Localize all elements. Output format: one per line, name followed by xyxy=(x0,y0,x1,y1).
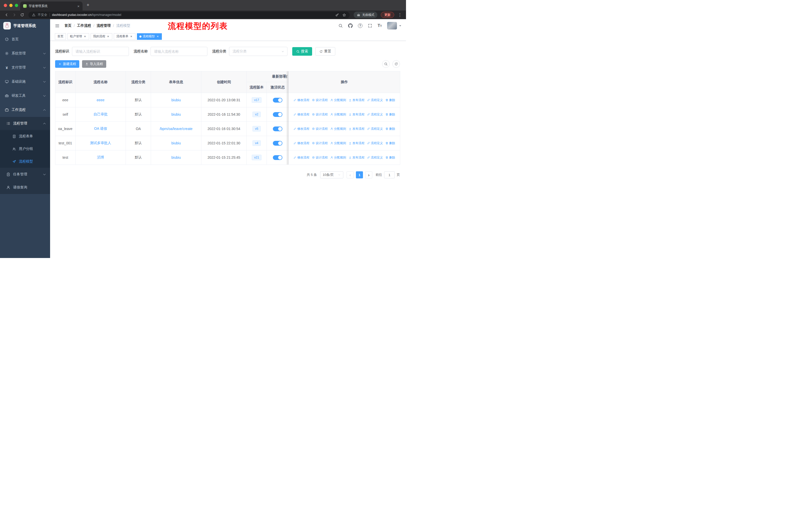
sidebar-item-system[interactable]: 系统管理 xyxy=(0,46,50,60)
reset-button[interactable]: 重置 xyxy=(315,47,335,56)
tag-close-icon[interactable]: × xyxy=(83,35,87,38)
sidebar-item-home[interactable]: 首页 xyxy=(0,32,50,46)
tag-close-icon[interactable]: × xyxy=(129,35,133,38)
current-page-button[interactable]: 1 xyxy=(356,171,363,179)
action-delete-link[interactable]: 删除 xyxy=(385,98,395,102)
action-design-link[interactable]: 设计流程 xyxy=(312,112,328,117)
action-delete-link[interactable]: 删除 xyxy=(385,112,395,117)
category-select[interactable]: 流程分类 xyxy=(229,47,287,56)
action-design-link[interactable]: 设计流程 xyxy=(312,127,328,131)
search-icon[interactable] xyxy=(338,23,343,28)
active-switch[interactable] xyxy=(273,112,283,117)
action-publish-link[interactable]: 发布流程 xyxy=(349,156,365,160)
action-assign-rule-link[interactable]: 分配规则 xyxy=(330,156,346,160)
bookmark-star-icon[interactable] xyxy=(342,13,346,17)
window-close-button[interactable] xyxy=(4,4,7,7)
action-assign-rule-link[interactable]: 分配规则 xyxy=(330,141,346,145)
security-label[interactable]: 不安全 xyxy=(38,13,47,17)
action-design-link[interactable]: 设计流程 xyxy=(312,98,328,102)
action-modify-link[interactable]: 修改流程 xyxy=(293,156,309,160)
action-assign-rule-link[interactable]: 分配规则 xyxy=(330,98,346,102)
action-assign-rule-link[interactable]: 分配规则 xyxy=(330,112,346,117)
tab-close-icon[interactable]: × xyxy=(77,4,80,8)
tag-close-icon[interactable]: × xyxy=(107,35,110,38)
process-name-input[interactable] xyxy=(150,47,207,56)
process-name-link[interactable]: OA 请假 xyxy=(94,127,107,131)
process-key-input[interactable] xyxy=(72,47,129,56)
password-key-icon[interactable] xyxy=(335,13,339,17)
process-name-link[interactable]: 测试多审批人 xyxy=(90,141,111,145)
next-page-button[interactable]: › xyxy=(365,171,372,179)
action-publish-link[interactable]: 发布流程 xyxy=(349,127,365,131)
action-modify-link[interactable]: 修改流程 xyxy=(293,141,309,145)
tag-my-process[interactable]: 我的流程 × xyxy=(91,33,112,40)
action-delete-link[interactable]: 删除 xyxy=(385,141,395,145)
breadcrumb-item[interactable]: 首页 xyxy=(64,23,71,28)
tag-tenant[interactable]: 租户管理 × xyxy=(67,33,89,40)
prev-page-button[interactable]: ‹ xyxy=(347,171,354,179)
window-minimize-button[interactable] xyxy=(9,4,12,7)
browser-tab[interactable]: 芋道管理系统 × xyxy=(20,1,83,10)
browser-update-button[interactable]: 更新 xyxy=(381,12,394,18)
forward-button[interactable] xyxy=(11,11,18,19)
action-delete-link[interactable]: 删除 xyxy=(385,127,395,131)
process-name-link[interactable]: eeee xyxy=(97,98,105,102)
action-publish-link[interactable]: 发布流程 xyxy=(349,98,365,102)
action-modify-link[interactable]: 修改流程 xyxy=(293,112,309,117)
refresh-table-button[interactable] xyxy=(393,60,400,68)
form-link[interactable]: biubiu xyxy=(171,98,181,102)
avatar[interactable] xyxy=(387,22,397,29)
sidebar-item-devtools[interactable]: 研发工具 xyxy=(0,89,50,103)
form-link[interactable]: biubiu xyxy=(171,112,181,116)
github-icon[interactable] xyxy=(348,23,353,28)
url-bar[interactable]: 不安全 dashboard.yudao.iocoder.cn/bpm/manag… xyxy=(28,11,350,19)
sidebar-item-infra[interactable]: 基础设施 xyxy=(0,75,50,89)
sidebar-item-leave-query[interactable]: 请假查询 xyxy=(0,181,50,194)
form-link[interactable]: biubiu xyxy=(171,156,181,160)
new-tab-button[interactable]: + xyxy=(87,2,89,7)
process-name-link[interactable]: 滔博 xyxy=(97,155,104,159)
action-definition-link[interactable]: 流程定义 xyxy=(367,156,383,160)
form-link[interactable]: /bpm/oa/leave/create xyxy=(160,127,193,131)
tag-close-icon[interactable]: × xyxy=(156,35,159,38)
tag-process-form[interactable]: 流程表单 × xyxy=(114,33,136,40)
page-size-select[interactable]: 10条/页 xyxy=(320,171,343,179)
sidebar-item-payment[interactable]: ¥ 支付管理 xyxy=(0,60,50,75)
sidebar-item-task-management[interactable]: 任务管理 xyxy=(0,168,50,181)
tag-home[interactable]: 首页 xyxy=(55,33,66,40)
sidebar-item-user-group[interactable]: 用户分组 xyxy=(0,143,50,155)
browser-menu-icon[interactable]: ⋮ xyxy=(395,12,403,18)
process-name-link[interactable]: 自己审批 xyxy=(94,112,108,116)
reload-button[interactable] xyxy=(19,11,25,19)
breadcrumb-item[interactable]: 流程管理 xyxy=(97,23,111,28)
action-definition-link[interactable]: 流程定义 xyxy=(367,141,383,145)
goto-page-input[interactable] xyxy=(384,171,395,179)
sidebar-toggle-button[interactable] xyxy=(55,23,60,28)
create-process-button[interactable]: 新建流程 xyxy=(55,60,79,68)
tag-process-model[interactable]: 流程模型 × xyxy=(137,33,162,40)
action-delete-link[interactable]: 删除 xyxy=(385,156,395,160)
action-definition-link[interactable]: 流程定义 xyxy=(367,98,383,102)
sidebar-item-process-management[interactable]: 流程管理 xyxy=(0,117,50,130)
action-definition-link[interactable]: 流程定义 xyxy=(367,127,383,131)
active-switch[interactable] xyxy=(273,155,283,160)
active-switch[interactable] xyxy=(273,141,283,146)
action-design-link[interactable]: 设计流程 xyxy=(312,141,328,145)
action-definition-link[interactable]: 流程定义 xyxy=(367,112,383,117)
incognito-profile-chip[interactable]: 无痕模式 xyxy=(354,11,377,18)
action-modify-link[interactable]: 修改流程 xyxy=(293,98,309,102)
sidebar-item-workflow[interactable]: 工作流程 xyxy=(0,103,50,117)
active-switch[interactable] xyxy=(273,98,283,103)
sidebar-item-process-form[interactable]: 流程表单 xyxy=(0,130,50,143)
font-size-icon[interactable]: TT xyxy=(378,23,382,28)
window-zoom-button[interactable] xyxy=(15,4,18,7)
import-process-button[interactable]: 导入流程 xyxy=(82,60,106,68)
action-assign-rule-link[interactable]: 分配规则 xyxy=(330,127,346,131)
toggle-search-button[interactable] xyxy=(382,60,389,68)
help-icon[interactable]: ? xyxy=(358,23,362,28)
sidebar-item-process-model[interactable]: 流程模型 xyxy=(0,155,50,168)
search-button[interactable]: 搜索 xyxy=(292,47,312,56)
form-link[interactable]: biubiu xyxy=(171,141,181,145)
action-publish-link[interactable]: 发布流程 xyxy=(349,141,365,145)
active-switch[interactable] xyxy=(273,127,283,131)
